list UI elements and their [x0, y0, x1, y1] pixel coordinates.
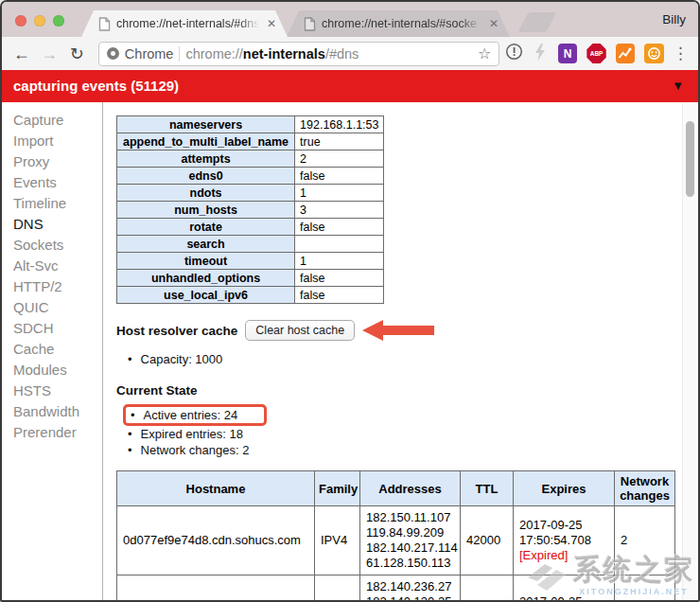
capacity-item: • Capacity: 1000: [128, 351, 698, 367]
active-entries-item: • Active entries: 24: [128, 404, 698, 426]
address-line: 61.128.150.113: [366, 556, 454, 571]
forward-button: →: [37, 42, 61, 66]
tab-dns[interactable]: chrome://net-internals/#dns ✕: [81, 10, 288, 37]
scrollbar-thumb[interactable]: [686, 121, 694, 197]
config-value: false: [295, 219, 384, 236]
dns-view: nameservers192.168.1.1:53append_to_multi…: [103, 102, 698, 602]
url-text[interactable]: chrome://net-internals/#dns: [185, 46, 472, 62]
bullet-icon: •: [128, 442, 132, 458]
config-row: timeout1: [117, 253, 384, 270]
sidebar-item-http-2[interactable]: HTTP/2: [2, 276, 102, 297]
site-label: Chrome: [125, 46, 174, 62]
sidebar-item-modules[interactable]: Modules: [2, 360, 102, 381]
banner-dropdown-icon[interactable]: ▼: [672, 70, 684, 102]
capturing-events-label: capturing events (51129): [13, 78, 179, 94]
config-key: search: [117, 236, 295, 253]
sidebar-item-proxy[interactable]: Proxy: [2, 151, 102, 172]
config-row: ndots1: [117, 185, 384, 202]
expires-line: 2017-09-25: [519, 518, 608, 533]
sidebar-item-alt-svc[interactable]: Alt-Svc: [2, 256, 102, 276]
config-value: true: [295, 133, 384, 150]
sidebar-item-quic[interactable]: QUIC: [2, 297, 102, 318]
page-favicon-icon: [98, 17, 111, 31]
sidebar-item-sockets[interactable]: Sockets: [2, 235, 102, 256]
hostname-cell: 0d077ef9e74d8.cdn.sohucs.com: [117, 506, 315, 575]
hostname-cell: a1.mzstatic.com: [117, 575, 315, 602]
sidebar-item-events[interactable]: Events: [2, 172, 102, 193]
sidebar-item-sdch[interactable]: SDCH: [2, 318, 102, 339]
cache-column-header: Hostname: [117, 471, 315, 506]
sidebar-item-bandwidth[interactable]: Bandwidth: [2, 401, 102, 422]
cache-column-header: TTL: [461, 471, 514, 506]
config-value: 1: [295, 253, 384, 270]
zoom-window-button[interactable]: [53, 15, 64, 27]
config-value: 1: [295, 185, 384, 202]
sidebar-item-cache[interactable]: Cache: [2, 339, 102, 360]
config-key: edns0: [117, 168, 295, 185]
addresses-cell: 182.140.236.27182.140.130.2561.188.191.8…: [360, 575, 461, 602]
expired-tag: [Expired]: [519, 548, 608, 563]
sidebar-item-prerender[interactable]: Prerender: [2, 422, 102, 443]
sidebar-item-hsts[interactable]: HSTS: [2, 381, 102, 401]
orange-face-extension-icon[interactable]: [644, 44, 663, 63]
config-row: attempts2: [117, 150, 384, 168]
tab-close-icon[interactable]: ✕: [265, 17, 278, 30]
browser-window: chrome://net-internals/#dns ✕ chrome://n…: [0, 0, 700, 602]
cache-column-header: Family: [315, 471, 360, 506]
config-key: rotate: [117, 219, 295, 236]
lightning-bolt-icon: [530, 44, 551, 64]
page-favicon-icon: [304, 17, 316, 31]
sidebar-item-import[interactable]: Import: [2, 131, 102, 151]
config-value: false: [295, 270, 384, 287]
ttl-cell: 42000: [461, 506, 514, 575]
config-value: [295, 236, 384, 253]
adblock-plus-extension-icon[interactable]: ABP: [586, 44, 605, 63]
reload-button[interactable]: ↻: [65, 42, 89, 66]
expires-line: 2017-09-25: [519, 594, 608, 602]
bullet-icon: •: [128, 426, 132, 442]
address-line: 119.84.99.209: [366, 525, 454, 540]
site-info-icon[interactable]: [107, 47, 119, 60]
tab-close-icon[interactable]: ✕: [487, 17, 500, 30]
back-button[interactable]: ←: [9, 42, 33, 66]
browser-menu-icon[interactable]: ⋮: [671, 44, 691, 63]
dns-config-table: nameservers192.168.1.1:53append_to_multi…: [116, 115, 384, 304]
red-annotation-arrow: [362, 319, 434, 342]
expires-line: 17:50:54.708: [519, 533, 608, 548]
close-window-button[interactable]: [15, 15, 26, 27]
sidebar-item-capture[interactable]: Capture: [2, 110, 102, 131]
tab-sockets[interactable]: chrome://net-internals/#socke ✕: [287, 10, 510, 37]
config-row: rotatefalse: [117, 219, 384, 236]
network-changes-cell: 2: [615, 506, 675, 575]
profile-name[interactable]: Billy: [662, 12, 686, 27]
new-tab-button[interactable]: [517, 12, 556, 32]
cache-table-row: a1.mzstatic.comIPV4182.140.236.27182.140…: [117, 575, 675, 602]
config-value: 192.168.1.1:53: [295, 116, 384, 133]
page-info-icon[interactable]: [503, 43, 525, 64]
dns-config-body: nameservers192.168.1.1:53append_to_multi…: [117, 116, 384, 304]
omnibox-divider: [179, 46, 180, 62]
address-line: 182.150.11.107: [366, 510, 454, 525]
network-changes-cell: 2: [615, 575, 675, 602]
bookmark-star-icon[interactable]: ☆: [478, 44, 491, 62]
sidebar-item-timeline[interactable]: Timeline: [2, 193, 102, 214]
address-line: 182.140.130.25: [366, 594, 454, 602]
onenote-extension-icon[interactable]: N: [558, 44, 577, 63]
tab-title: chrome://net-internals/#socke: [322, 17, 481, 30]
cache-column-header: Expires: [514, 471, 615, 506]
minimize-window-button[interactable]: [34, 15, 45, 27]
traffic-lights: [15, 15, 64, 27]
address-line: 182.140.236.27: [366, 579, 454, 594]
clear-host-cache-button[interactable]: Clear host cache: [245, 320, 355, 341]
active-entries-text: Active entries: 24: [144, 407, 238, 423]
sidebar-nav: CaptureImportProxyEventsTimelineDNSSocke…: [2, 102, 103, 602]
sidebar-item-dns[interactable]: DNS: [2, 214, 102, 235]
analytics-chart-extension-icon[interactable]: [616, 44, 635, 63]
family-cell: IPV4: [315, 575, 360, 602]
address-bar[interactable]: Chrome chrome://net-internals/#dns ☆: [98, 42, 499, 66]
ttl-cell: 38000: [461, 575, 514, 602]
config-key: append_to_multi_label_name: [117, 133, 295, 150]
capacity-list: • Capacity: 1000: [128, 351, 698, 367]
config-key: timeout: [117, 253, 295, 270]
vertical-scrollbar[interactable]: [682, 102, 696, 602]
